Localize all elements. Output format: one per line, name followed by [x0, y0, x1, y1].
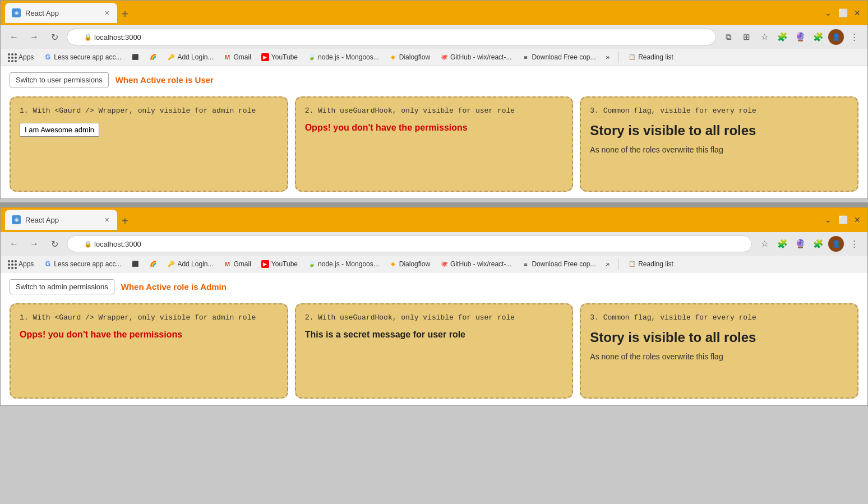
browser-tab-1[interactable]: ⚛ React App × — [5, 3, 117, 23]
user-avatar: 👤 — [828, 29, 844, 45]
bookmark-login-1[interactable]: 🔑 Add Login... — [164, 52, 216, 62]
window-close-2[interactable]: ✕ — [852, 214, 863, 225]
bookmark-login-2[interactable]: 🔑 Add Login... — [164, 259, 216, 269]
back-btn-2[interactable]: ← — [6, 236, 22, 252]
window-restore-1[interactable]: ⬜ — [837, 7, 848, 19]
tab-new-1[interactable]: + — [117, 6, 133, 23]
user-avatar-2: 👤 — [828, 236, 844, 252]
dialogflow-icon-2: ◆ — [389, 260, 397, 268]
bookmark-reading-1[interactable]: 📋 Reading list — [625, 52, 677, 62]
window-minimize-2[interactable]: ⌄ — [823, 214, 834, 225]
bookmark-download-2[interactable]: ≡ Download Free cop... — [518, 259, 599, 269]
bookmark-mono-2[interactable]: ⬛ — [128, 259, 142, 269]
bookmark-apps-2[interactable]: Apps — [5, 259, 37, 269]
bookmark-label-download-1: Download Free cop... — [532, 53, 595, 61]
forward-btn-2[interactable]: → — [26, 236, 42, 252]
extension-icon-2a[interactable]: 🧩 — [774, 236, 790, 252]
card-label-2-2: 2. With useGuardHook, only visible for u… — [305, 313, 564, 322]
bookmark-more-2[interactable]: » — [603, 259, 613, 269]
bookmark-label-nodejs-2: node.js - Mongoos... — [318, 260, 379, 268]
bookmark-youtube-1[interactable]: ▶ YouTube — [258, 52, 301, 62]
bookmark-reading-2[interactable]: 📋 Reading list — [625, 259, 677, 269]
dialogflow-icon-1: ◆ — [389, 53, 397, 61]
bookmark-dialogflow-1[interactable]: ◆ Dialogflow — [386, 52, 433, 62]
card-2-3: 3. Common flag, visible for every role S… — [580, 303, 858, 399]
grid-icon[interactable]: ⊞ — [738, 29, 754, 45]
extension-icon-2b[interactable]: 🔮 — [792, 236, 808, 252]
refresh-btn-1[interactable]: ↻ — [47, 29, 62, 45]
window-close-1[interactable]: ✕ — [852, 7, 863, 19]
card-1-2: 2. With useGuardHook, only visible for u… — [295, 96, 574, 192]
tab-new-2[interactable]: + — [117, 212, 133, 230]
download-icon-1: ≡ — [521, 53, 529, 61]
tab-close-1[interactable]: × — [104, 7, 110, 19]
bookmark-more-1[interactable]: » — [603, 52, 613, 62]
youtube-icon-1: ▶ — [261, 53, 269, 61]
refresh-btn-2[interactable]: ↻ — [47, 236, 62, 252]
bookmark-nodejs-2[interactable]: 🍃 node.js - Mongoos... — [304, 259, 382, 269]
back-btn-1[interactable]: ← — [6, 29, 22, 45]
star-icon[interactable]: ☆ — [756, 29, 772, 45]
bookmark-label-github-1: GitHub - wix/react-... — [450, 53, 511, 61]
bookmark-rainbow-2[interactable]: 🌈 — [146, 259, 160, 269]
bookmark-label-dialogflow-2: Dialogflow — [399, 260, 430, 268]
apps-icon-2 — [8, 260, 16, 268]
tab-search-icon[interactable]: ⧉ — [721, 29, 736, 45]
addressbar-2: ← → ↻ 🔒 localhost:3000 ☆ 🧩 🔮 🧩 👤 ⋮ — [1, 232, 867, 256]
url-text-2: localhost:3000 — [94, 240, 141, 248]
extension-icon-3[interactable]: 🧩 — [810, 29, 826, 45]
bookmark-google-1[interactable]: G Less secure app acc... — [40, 52, 124, 62]
role-label-2: When Active role is Admin — [121, 282, 227, 292]
extension-icon-2c[interactable]: 🧩 — [810, 236, 826, 252]
bookmark-gmail-2[interactable]: M Gmail — [220, 259, 255, 269]
bookmark-mono-1[interactable]: ⬛ — [128, 52, 142, 62]
role-header-2: Switch to admin permissions When Active … — [10, 279, 858, 294]
bookmark-github-2[interactable]: 🐙 GitHub - wix/react-... — [437, 259, 515, 269]
bookmark-google-2[interactable]: G Less secure app acc... — [40, 259, 124, 269]
url-bar-2[interactable]: 🔒 localhost:3000 — [67, 235, 752, 252]
browser-tab-2[interactable]: ⚛ React App × — [5, 210, 117, 230]
window-controls-1: ⌄ ⬜ ✕ — [823, 7, 863, 19]
url-bar-1[interactable]: 🔒 localhost:3000 — [67, 29, 716, 45]
bookmark-apps-1[interactable]: Apps — [5, 52, 37, 62]
star-icon-2[interactable]: ☆ — [756, 236, 772, 252]
switch-role-btn-2[interactable]: Switch to admin permissions — [10, 279, 114, 294]
google-icon-2: G — [44, 260, 52, 268]
bookmark-dialogflow-2[interactable]: ◆ Dialogflow — [386, 259, 433, 269]
profile-icon[interactable]: 👤 — [828, 29, 844, 45]
bookmarks-bar-2: Apps G Less secure app acc... ⬛ 🌈 🔑 Add … — [1, 256, 867, 272]
bookmark-rainbow-1[interactable]: 🌈 — [146, 52, 160, 62]
key-icon-1: 🔑 — [167, 53, 175, 61]
cards-container-1: 1. With <Gaurd /> Wrapper, only visible … — [10, 96, 858, 192]
card-label-1-3: 3. Common flag, visible for every role — [590, 107, 848, 115]
bookmark-download-1[interactable]: ≡ Download Free cop... — [518, 52, 599, 62]
bookmark-nodejs-1[interactable]: 🍃 node.js - Mongoos... — [304, 52, 382, 62]
bookmark-youtube-2[interactable]: ▶ YouTube — [258, 259, 301, 269]
profile-icon-2[interactable]: 👤 — [828, 236, 844, 252]
tab-favicon-2: ⚛ — [12, 215, 21, 224]
menu-icon-2[interactable]: ⋮ — [846, 236, 862, 252]
google-icon-1: G — [44, 53, 52, 61]
switch-role-btn-1[interactable]: Switch to user permissions — [10, 72, 109, 87]
card-secret-2-2: This is a secret message for user role — [305, 330, 564, 340]
bookmark-label-nodejs-1: node.js - Mongoos... — [318, 53, 379, 61]
extension-icon-1[interactable]: 🧩 — [774, 29, 790, 45]
forward-btn-1[interactable]: → — [26, 29, 42, 45]
tab-close-2[interactable]: × — [104, 214, 110, 225]
menu-icon[interactable]: ⋮ — [846, 29, 862, 45]
window-minimize-1[interactable]: ⌄ — [823, 7, 834, 19]
card-label-1-1: 1. With <Gaurd /> Wrapper, only visible … — [20, 107, 278, 115]
bookmark-gmail-1[interactable]: M Gmail — [220, 52, 255, 62]
card-error-2-1: Opps! you don't have the permissions — [20, 330, 278, 340]
window-restore-2[interactable]: ⬜ — [837, 214, 848, 225]
bookmark-github-1[interactable]: 🐙 GitHub - wix/react-... — [437, 52, 515, 62]
card-2-2: 2. With useGuardHook, only visible for u… — [295, 303, 574, 399]
titlebar-2: ⚛ React App × + ⌄ ⬜ ✕ — [1, 207, 867, 232]
bookmark-more-label-2: » — [606, 260, 610, 268]
lock-icon-2: 🔒 — [84, 241, 92, 248]
card-subtitle-1-3: As none of the roles overwrite this flag — [590, 145, 848, 154]
extension-icon-2[interactable]: 🔮 — [792, 29, 808, 45]
card-title-2-3: Story is visible to all roles — [590, 330, 848, 345]
window-controls-2: ⌄ ⬜ ✕ — [823, 214, 863, 225]
admin-btn-1[interactable]: I am Awesome admin — [20, 123, 99, 137]
